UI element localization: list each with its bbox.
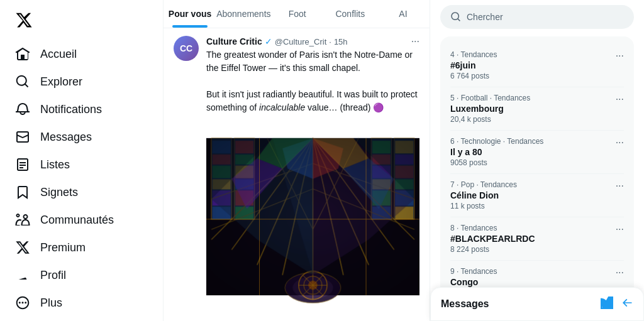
x-logo[interactable] [8, 5, 155, 38]
trend-meta-2: 5 · Football · Tendances [450, 94, 624, 102]
sidebar-item-label-explorer: Explorer [40, 75, 82, 89]
trend-item-4: 7 · Pop · Tendances Céline Dion 11 k pos… [450, 174, 624, 217]
trend-meta-6: 9 · Tendances [450, 267, 624, 276]
verified-badge: ✓ [265, 36, 272, 46]
trend-name-3: Il y a 80 [450, 147, 624, 157]
tweet-author-name: Culture Critic [206, 36, 262, 46]
person-icon [15, 268, 30, 283]
trend-name-2: Luxembourg [450, 104, 624, 114]
tweet-text: The greatest wonder of Paris isn't the N… [206, 48, 419, 114]
search-input[interactable] [467, 12, 624, 22]
trend-more-icon-3[interactable]: ··· [616, 137, 624, 148]
trend-item-2: 5 · Football · Tendances Luxembourg 20,4… [450, 87, 624, 131]
tab-foot[interactable]: Foot [271, 0, 324, 28]
trend-posts-1: 6 764 posts [450, 72, 624, 80]
trend-posts-5: 8 224 posts [450, 245, 624, 254]
trend-posts-3: 9058 posts [450, 158, 624, 167]
trends-section: 4 · Tendances #6juin 6 764 posts ··· 5 ·… [440, 36, 634, 321]
trend-posts-4: 11 k posts [450, 202, 624, 210]
messages-widget[interactable]: Messages [430, 287, 644, 321]
tab-conflits[interactable]: Conflits [324, 0, 377, 28]
tab-pour-vous[interactable]: Pour vous [164, 0, 216, 28]
sidebar-item-listes[interactable]: Listes [8, 151, 155, 178]
trend-name-5: #BLACKPEARLRDC [450, 234, 624, 244]
sidebar-item-notifications[interactable]: Notifications [8, 95, 155, 123]
sidebar-item-label-listes: Listes [40, 158, 70, 171]
trend-item-3: 6 · Technologie · Tendances Il y a 80 90… [450, 131, 624, 174]
sidebar-item-label-plus: Plus [40, 297, 62, 310]
search-box[interactable] [440, 5, 634, 29]
trend-posts-2: 20,4 k posts [450, 115, 624, 124]
trend-meta-3: 6 · Technologie · Tendances [450, 137, 624, 146]
feed-content: CC Culture Critic ✓ @Culture_Crit · 15h … [164, 28, 430, 321]
trend-name-1: #6juin [450, 60, 624, 70]
tweet-image [206, 119, 419, 314]
sidebar-item-label-accueil: Accueil [40, 48, 77, 61]
trend-more-icon-1[interactable]: ··· [616, 50, 624, 62]
sidebar-item-label-profil: Profil [40, 269, 66, 282]
tweet-body: Culture Critic ✓ @Culture_Crit · 15h ···… [206, 36, 419, 321]
sidebar-item-label-signets: Signets [40, 186, 78, 199]
mail-icon [15, 129, 30, 144]
sidebar-item-accueil[interactable]: Accueil [8, 40, 155, 68]
trend-more-icon-2[interactable]: ··· [616, 94, 624, 105]
sidebar-item-label-messages: Messages [40, 131, 92, 144]
community-icon [15, 212, 30, 227]
tweet-more-icon[interactable]: ··· [411, 36, 419, 47]
trend-item-1: 4 · Tendances #6juin 6 764 posts ··· [450, 44, 624, 87]
trend-name-4: Céline Dion [450, 190, 624, 200]
tweet-header: Culture Critic ✓ @Culture_Crit · 15h ··· [206, 36, 419, 47]
sidebar-item-plus[interactable]: Plus [8, 289, 155, 317]
trend-more-icon-5[interactable]: ··· [616, 224, 624, 235]
collapse-messages-icon[interactable] [621, 297, 633, 312]
search-icon [450, 11, 462, 23]
trend-meta-4: 7 · Pop · Tendances [450, 180, 624, 189]
svg-rect-68 [206, 138, 419, 295]
compose-message-icon[interactable] [601, 297, 613, 312]
sidebar-item-communautes[interactable]: Communautés [8, 206, 155, 234]
trend-meta-1: 4 · Tendances [450, 50, 624, 59]
list-icon [15, 157, 30, 172]
trend-name-6: Congo [450, 277, 624, 287]
sidebar-item-label-premium: Premium [40, 241, 86, 254]
sidebar-item-profil[interactable]: Profil [8, 261, 155, 289]
feed-tabs: Pour vous Abonnements Foot Conflits AI [164, 0, 430, 28]
tweet-time: 15h [334, 37, 348, 46]
tweet-handle: @Culture_Crit [275, 37, 327, 46]
tweet-1: CC Culture Critic ✓ @Culture_Crit · 15h … [164, 28, 430, 321]
sidebar-item-explorer[interactable]: Explorer [8, 68, 155, 95]
home-icon [15, 46, 30, 62]
search-icon [15, 74, 30, 89]
tab-abonnements[interactable]: Abonnements [216, 0, 270, 28]
trend-meta-5: 8 · Tendances [450, 224, 624, 232]
right-sidebar: 4 · Tendances #6juin 6 764 posts ··· 5 ·… [430, 0, 644, 321]
avatar: CC [174, 36, 199, 61]
bookmark-icon [15, 185, 30, 200]
sidebar-item-premium[interactable]: Premium [8, 234, 155, 261]
left-sidebar: Accueil Explorer Notifications Messages … [0, 0, 164, 321]
x-premium-icon [15, 240, 30, 255]
tab-ai[interactable]: AI [377, 0, 430, 28]
sidebar-item-label-communautes: Communautés [40, 214, 114, 227]
sidebar-item-label-notifications: Notifications [40, 103, 102, 116]
more-circle-icon [15, 295, 30, 310]
bell-icon [15, 102, 30, 117]
trend-item-5: 8 · Tendances #BLACKPEARLRDC 8 224 posts… [450, 217, 624, 261]
trend-more-icon-4[interactable]: ··· [616, 180, 624, 192]
main-feed: Pour vous Abonnements Foot Conflits AI C… [164, 0, 430, 321]
messages-widget-title: Messages [441, 298, 489, 310]
sidebar-item-signets[interactable]: Signets [8, 178, 155, 206]
sidebar-item-messages[interactable]: Messages [8, 123, 155, 151]
messages-widget-actions [601, 297, 633, 312]
trend-more-icon-6[interactable]: ··· [616, 267, 624, 278]
